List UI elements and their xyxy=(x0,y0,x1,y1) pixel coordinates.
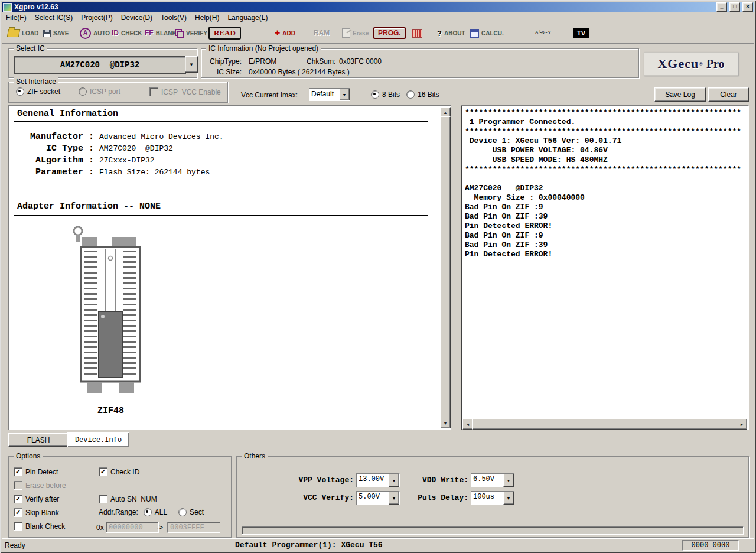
options-label: Options xyxy=(14,452,43,460)
select-ic-label: Select IC xyxy=(14,44,47,53)
divider xyxy=(14,121,428,122)
checkbox-icon: ✓ xyxy=(99,467,107,476)
checkbox-icon xyxy=(149,87,158,96)
log-panel: ****************************************… xyxy=(461,105,749,430)
xgecu-pro-logo: XGecu®Pro xyxy=(644,52,738,76)
adapter-information-title: Adapter Information -- NONE xyxy=(17,201,161,212)
puls-delay-combo[interactable]: 100us ▼ xyxy=(471,491,514,505)
read-button[interactable]: READ xyxy=(208,25,241,41)
menu-help[interactable]: Help(H) xyxy=(191,13,223,22)
icsp-vcc-checkbox[interactable]: ICSP_VCC Enable xyxy=(149,87,221,96)
chksum-label: ChkSum: xyxy=(307,57,335,66)
chevron-down-icon[interactable]: ▼ xyxy=(389,492,399,505)
arrow-label: -> xyxy=(157,523,163,532)
status-bar: Ready Default Programmer(1): XGecu T56 0… xyxy=(2,539,754,551)
skip-blank-checkbox[interactable]: ✓ Skip Blank xyxy=(14,508,59,517)
checkbox-icon: ✓ xyxy=(14,467,22,476)
options-group: Options ✓ Pin Detect ✓ Check ID Erase be… xyxy=(8,456,232,538)
icsp-port-radio[interactable]: ICSP port xyxy=(79,87,120,96)
ic-select-combo[interactable]: AM27C020 @DIP32 xyxy=(14,56,186,74)
vcc-imax-combo[interactable]: Default ▼ xyxy=(309,88,350,101)
menu-language[interactable]: Language(L) xyxy=(223,13,272,22)
bits8-radio[interactable]: 8 Bits xyxy=(371,90,400,99)
erase-button[interactable]: Erase xyxy=(342,25,369,41)
auto-sn-checkbox[interactable]: Auto SN_NUM xyxy=(99,495,157,503)
auto-button[interactable]: AUTO xyxy=(80,25,110,41)
ram-button[interactable] xyxy=(314,25,330,41)
chevron-down-icon[interactable]: ▼ xyxy=(503,474,514,487)
close-button[interactable]: × xyxy=(742,2,753,12)
vpp-voltage-label: VPP Voltage: xyxy=(289,476,354,484)
check-id-checkbox[interactable]: ✓ Check ID xyxy=(99,467,139,476)
addr-sect-radio[interactable] xyxy=(178,508,187,516)
others-label: Others xyxy=(242,452,268,460)
check-id-button[interactable]: CHECK xyxy=(112,25,142,41)
zif-socket-radio[interactable]: ZIF socket xyxy=(16,87,60,96)
addr-all-radio[interactable] xyxy=(144,508,152,516)
set-interface-group: Set Interface ZIF socket ICSP port ICSP_… xyxy=(8,82,228,103)
scroll-right-button[interactable]: ► xyxy=(737,419,747,430)
menu-tools[interactable]: Tools(V) xyxy=(157,13,191,22)
zif-socket-drawing xyxy=(68,224,154,401)
scroll-down-button[interactable]: ▼ xyxy=(440,418,451,428)
menu-project[interactable]: Project(P) xyxy=(77,13,116,22)
progress-bar xyxy=(242,526,744,535)
bits16-radio[interactable]: 16 Bits xyxy=(406,90,439,99)
verify-button[interactable]: VERIFY xyxy=(175,25,207,41)
prog-button[interactable]: PROG. xyxy=(373,25,406,41)
vdd-write-combo[interactable]: 6.50V ▼ xyxy=(471,473,514,487)
floppy-disk-icon xyxy=(43,30,51,37)
save-button[interactable]: SAVE xyxy=(43,25,69,41)
load-button[interactable]: LOAD xyxy=(8,25,38,41)
horizontal-scrollbar[interactable]: ◄ ► xyxy=(462,419,747,428)
add-button[interactable]: ADD xyxy=(275,25,295,41)
addr-from-input[interactable]: 00000000 xyxy=(106,522,159,533)
tv-button[interactable] xyxy=(573,25,589,41)
chevron-down-icon[interactable]: ▼ xyxy=(503,492,514,505)
ic-select-dropdown-button[interactable]: ▼ xyxy=(185,56,198,73)
blank-check-checkbox[interactable]: Blank Check xyxy=(14,522,65,531)
others-group: Others VPP Voltage: 13.00V ▼ VDD Write: … xyxy=(236,456,749,538)
tab-flash[interactable]: FLASH xyxy=(8,433,69,447)
app-window: Xgpro v12.63 _ □ × File(F) Select IC(S) … xyxy=(0,0,756,553)
minimize-button[interactable]: _ xyxy=(716,2,727,12)
plus-icon xyxy=(275,29,280,37)
manufacturer-row: Manufactor : Advanced Micro Devices Inc. xyxy=(17,132,224,142)
tab-device-info[interactable]: Device.Info xyxy=(67,432,129,447)
chevron-down-icon[interactable]: ▼ xyxy=(339,89,350,100)
pin-grid-icon xyxy=(412,29,422,38)
save-log-button[interactable]: Save Log xyxy=(654,87,706,102)
logic-gate-icon xyxy=(535,30,551,36)
scrollbar-thumb[interactable] xyxy=(472,419,738,430)
ic-info-label: IC Information (No Project opened) xyxy=(206,44,321,53)
question-icon xyxy=(437,29,442,38)
menu-select-ic[interactable]: Select IC(S) xyxy=(31,13,77,22)
addr-to-input[interactable]: 0003FFFF xyxy=(167,522,220,533)
maximize-button[interactable]: □ xyxy=(729,2,740,12)
verify-after-checkbox[interactable]: ✓ Verify after xyxy=(14,495,59,503)
calculator-icon xyxy=(470,29,479,38)
log-text: ****************************************… xyxy=(465,108,746,418)
vertical-scrollbar[interactable]: ▲ ▼ xyxy=(440,107,449,428)
menu-device[interactable]: Device(D) xyxy=(117,13,157,22)
clear-button[interactable]: Clear xyxy=(708,87,749,102)
scrollbar-thumb[interactable] xyxy=(440,116,451,419)
pin-detect-checkbox[interactable]: ✓ Pin Detect xyxy=(14,467,58,476)
set-interface-label: Set Interface xyxy=(14,77,58,86)
ic-size-value: 0x40000 Bytes ( 262144 Bytes ) xyxy=(249,68,350,76)
menu-file[interactable]: File(F) xyxy=(2,13,31,22)
blank-check-button[interactable]: BLANK xyxy=(145,25,177,41)
status-counter: 0000 0000 xyxy=(682,540,739,551)
vpp-voltage-combo[interactable]: 13.00V ▼ xyxy=(356,473,400,487)
toolbar: LOAD SAVE AUTO CHECK BLANK VERIFY READ A… xyxy=(2,23,754,44)
chevron-down-icon[interactable]: ▼ xyxy=(389,474,399,487)
vcc-verify-combo[interactable]: 5.00V ▼ xyxy=(356,491,400,505)
pin-map-button[interactable] xyxy=(412,25,422,41)
verify-compare-icon xyxy=(175,29,184,38)
erase-before-checkbox[interactable]: Erase before xyxy=(14,481,66,490)
ram-icon xyxy=(314,29,330,37)
logic-test-button[interactable] xyxy=(535,25,551,41)
calculator-button[interactable]: CALCU. xyxy=(470,25,504,41)
chip-type-label: ChipType: xyxy=(210,57,242,66)
about-button[interactable]: ABOUT xyxy=(437,25,465,41)
